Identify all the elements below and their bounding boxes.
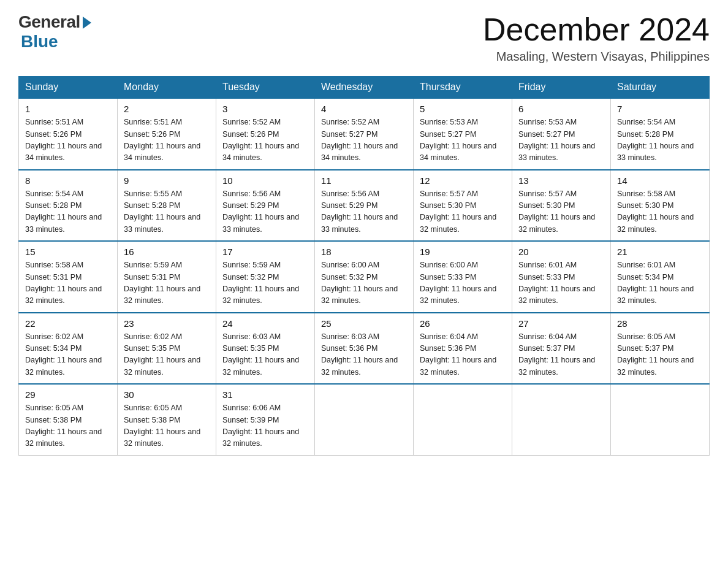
calendar-cell: 20Sunrise: 6:01 AMSunset: 5:33 PMDayligh… [512, 241, 611, 313]
calendar-week-row: 29Sunrise: 6:05 AMSunset: 5:38 PMDayligh… [19, 384, 710, 455]
weekday-header-friday: Friday [512, 77, 611, 99]
day-number: 29 [25, 389, 111, 400]
calendar-cell: 15Sunrise: 5:58 AMSunset: 5:31 PMDayligh… [19, 241, 118, 313]
day-info: Sunrise: 5:53 AMSunset: 5:27 PMDaylight:… [518, 117, 604, 164]
day-number: 21 [617, 247, 703, 257]
day-number: 6 [518, 104, 604, 114]
calendar-cell: 28Sunrise: 6:05 AMSunset: 5:37 PMDayligh… [611, 313, 710, 385]
day-info: Sunrise: 6:04 AMSunset: 5:36 PMDaylight:… [420, 331, 506, 379]
calendar-cell: 21Sunrise: 6:01 AMSunset: 5:34 PMDayligh… [611, 241, 710, 313]
calendar-cell: 9Sunrise: 5:55 AMSunset: 5:28 PMDaylight… [118, 170, 216, 242]
calendar-cell: 19Sunrise: 6:00 AMSunset: 5:33 PMDayligh… [414, 241, 512, 313]
calendar-cell [611, 384, 710, 455]
day-number: 8 [25, 175, 111, 186]
day-number: 24 [222, 318, 308, 329]
calendar-week-row: 8Sunrise: 5:54 AMSunset: 5:28 PMDaylight… [19, 170, 710, 242]
day-number: 14 [617, 175, 703, 186]
day-info: Sunrise: 5:54 AMSunset: 5:28 PMDaylight:… [617, 117, 703, 164]
day-info: Sunrise: 5:58 AMSunset: 5:30 PMDaylight:… [617, 188, 703, 236]
calendar-cell: 31Sunrise: 6:06 AMSunset: 5:39 PMDayligh… [216, 384, 315, 455]
title-block: December 2024 Masaling, Western Visayas,… [483, 12, 710, 64]
weekday-header-sunday: Sunday [19, 77, 118, 99]
day-number: 26 [420, 318, 506, 329]
logo-blue-text: Blue [21, 32, 58, 52]
calendar-cell: 12Sunrise: 5:57 AMSunset: 5:30 PMDayligh… [414, 170, 512, 242]
weekday-header-wednesday: Wednesday [315, 77, 414, 99]
day-number: 22 [25, 318, 111, 329]
logo-general-text: General [18, 12, 80, 32]
calendar-cell: 25Sunrise: 6:03 AMSunset: 5:36 PMDayligh… [315, 313, 414, 385]
calendar-cell: 3Sunrise: 5:52 AMSunset: 5:26 PMDaylight… [216, 98, 315, 170]
calendar-cell: 8Sunrise: 5:54 AMSunset: 5:28 PMDaylight… [19, 170, 118, 242]
day-info: Sunrise: 6:05 AMSunset: 5:38 PMDaylight:… [124, 402, 210, 450]
day-number: 20 [518, 247, 604, 257]
day-number: 4 [321, 104, 407, 114]
day-info: Sunrise: 6:00 AMSunset: 5:32 PMDaylight:… [321, 259, 407, 307]
day-info: Sunrise: 6:00 AMSunset: 5:33 PMDaylight:… [420, 259, 506, 307]
day-info: Sunrise: 5:57 AMSunset: 5:30 PMDaylight:… [518, 188, 604, 236]
calendar-cell: 11Sunrise: 5:56 AMSunset: 5:29 PMDayligh… [315, 170, 414, 242]
calendar-cell: 23Sunrise: 6:02 AMSunset: 5:35 PMDayligh… [118, 313, 216, 385]
day-info: Sunrise: 5:57 AMSunset: 5:30 PMDaylight:… [420, 188, 506, 236]
weekday-header-thursday: Thursday [414, 77, 512, 99]
day-info: Sunrise: 5:56 AMSunset: 5:29 PMDaylight:… [321, 188, 407, 236]
calendar-cell: 6Sunrise: 5:53 AMSunset: 5:27 PMDaylight… [512, 98, 611, 170]
calendar-week-row: 1Sunrise: 5:51 AMSunset: 5:26 PMDaylight… [19, 98, 710, 170]
day-info: Sunrise: 6:05 AMSunset: 5:37 PMDaylight:… [617, 331, 703, 379]
calendar-week-row: 15Sunrise: 5:58 AMSunset: 5:31 PMDayligh… [19, 241, 710, 313]
weekday-header-tuesday: Tuesday [216, 77, 315, 99]
calendar-cell: 27Sunrise: 6:04 AMSunset: 5:37 PMDayligh… [512, 313, 611, 385]
day-number: 25 [321, 318, 407, 329]
calendar-week-row: 22Sunrise: 6:02 AMSunset: 5:34 PMDayligh… [19, 313, 710, 385]
calendar-cell: 14Sunrise: 5:58 AMSunset: 5:30 PMDayligh… [611, 170, 710, 242]
calendar-cell: 22Sunrise: 6:02 AMSunset: 5:34 PMDayligh… [19, 313, 118, 385]
calendar-cell: 7Sunrise: 5:54 AMSunset: 5:28 PMDaylight… [611, 98, 710, 170]
calendar-cell: 10Sunrise: 5:56 AMSunset: 5:29 PMDayligh… [216, 170, 315, 242]
day-number: 27 [518, 318, 604, 329]
day-info: Sunrise: 5:59 AMSunset: 5:32 PMDaylight:… [222, 259, 308, 307]
day-info: Sunrise: 6:02 AMSunset: 5:34 PMDaylight:… [25, 331, 111, 379]
day-number: 12 [420, 175, 506, 186]
calendar-subtitle: Masaling, Western Visayas, Philippines [483, 50, 710, 64]
weekday-header-row: SundayMondayTuesdayWednesdayThursdayFrid… [19, 77, 710, 99]
calendar-table: SundayMondayTuesdayWednesdayThursdayFrid… [18, 76, 710, 456]
day-number: 9 [124, 175, 210, 186]
calendar-cell: 2Sunrise: 5:51 AMSunset: 5:26 PMDaylight… [118, 98, 216, 170]
day-info: Sunrise: 5:52 AMSunset: 5:27 PMDaylight:… [321, 117, 407, 164]
day-number: 10 [222, 175, 308, 186]
day-info: Sunrise: 6:04 AMSunset: 5:37 PMDaylight:… [518, 331, 604, 379]
day-info: Sunrise: 6:02 AMSunset: 5:35 PMDaylight:… [124, 331, 210, 379]
day-info: Sunrise: 6:06 AMSunset: 5:39 PMDaylight:… [222, 402, 308, 450]
day-number: 28 [617, 318, 703, 329]
day-info: Sunrise: 5:53 AMSunset: 5:27 PMDaylight:… [420, 117, 506, 164]
day-number: 18 [321, 247, 407, 257]
calendar-cell: 16Sunrise: 5:59 AMSunset: 5:31 PMDayligh… [118, 241, 216, 313]
day-number: 23 [124, 318, 210, 329]
logo: General Blue [18, 12, 91, 52]
calendar-cell: 4Sunrise: 5:52 AMSunset: 5:27 PMDaylight… [315, 98, 414, 170]
day-number: 17 [222, 247, 308, 257]
weekday-header-monday: Monday [118, 77, 216, 99]
day-info: Sunrise: 6:05 AMSunset: 5:38 PMDaylight:… [25, 402, 111, 450]
page-header: General Blue December 2024 Masaling, Wes… [18, 12, 710, 64]
day-number: 15 [25, 247, 111, 257]
day-number: 1 [25, 104, 111, 114]
logo-arrow-icon [83, 17, 91, 29]
calendar-cell: 5Sunrise: 5:53 AMSunset: 5:27 PMDaylight… [414, 98, 512, 170]
day-number: 31 [222, 389, 308, 400]
day-number: 13 [518, 175, 604, 186]
day-info: Sunrise: 6:01 AMSunset: 5:34 PMDaylight:… [617, 259, 703, 307]
day-number: 11 [321, 175, 407, 186]
day-number: 7 [617, 104, 703, 114]
day-number: 19 [420, 247, 506, 257]
day-info: Sunrise: 6:03 AMSunset: 5:36 PMDaylight:… [321, 331, 407, 379]
day-number: 5 [420, 104, 506, 114]
calendar-title: December 2024 [483, 12, 710, 47]
calendar-cell: 26Sunrise: 6:04 AMSunset: 5:36 PMDayligh… [414, 313, 512, 385]
day-number: 30 [124, 389, 210, 400]
calendar-cell [414, 384, 512, 455]
day-info: Sunrise: 5:59 AMSunset: 5:31 PMDaylight:… [124, 259, 210, 307]
day-info: Sunrise: 5:55 AMSunset: 5:28 PMDaylight:… [124, 188, 210, 236]
calendar-cell: 24Sunrise: 6:03 AMSunset: 5:35 PMDayligh… [216, 313, 315, 385]
calendar-cell [512, 384, 611, 455]
